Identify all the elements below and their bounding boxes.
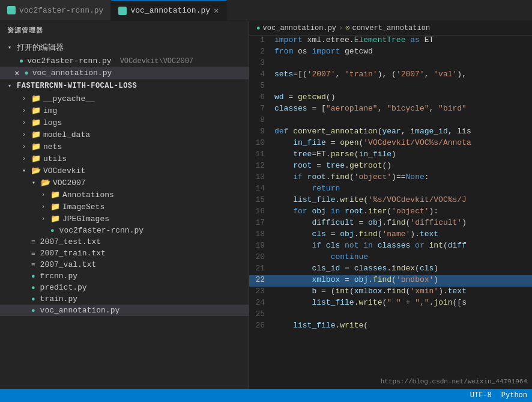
open-file-voc2faster[interactable]: ● voc2faster-rcnn.py VOCdevkit\VOC2007 [0,55,249,67]
tab-close-icon[interactable]: ✕ [214,7,219,15]
file-dot-icon: ● [31,284,35,291]
code-line: 3 [249,58,532,70]
item-label: train.py [40,294,77,303]
section-project[interactable]: ▾ FASTERRCNN-WITH-FOCAL-LOSS [0,79,249,93]
code-line: 19 if cls not in classes or int(diff [249,241,532,252]
file-name: voc2faster-rcnn.py [27,56,111,65]
file-dot-icon: ● [31,273,35,280]
editor-area: ● voc_annotation.py › ⊙ convert_annotati… [249,21,532,389]
chevron-right-icon: › [19,120,29,126]
language-label: Python [501,391,527,400]
breadcrumb-sep: › [339,24,343,32]
tree-2007-val[interactable]: ≡ 2007_val.txt [0,259,249,270]
breadcrumb: ● voc_annotation.py › ⊙ convert_annotati… [249,21,532,35]
folder-icon: 📁 [31,106,41,115]
folder-icon: 📁 [31,118,41,127]
chevron-down-icon: ▾ [29,179,38,186]
status-bar: UTF-8 Python [0,389,532,402]
file-icon: ● [256,25,261,32]
code-line: 1 import xml.etree.ElementTree as ET [249,35,532,47]
code-line: 22 xmlbox = obj.find('bndbox') [249,275,532,287]
item-label: Annotations [62,190,114,199]
tree-train[interactable]: ● train.py [0,293,249,305]
tree-logs[interactable]: › 📁 logs [0,117,249,129]
code-line: 2 from os import getcwd [249,47,532,58]
tab-bar: voc2faster-rcnn.py voc_annotation.py ✕ [0,0,532,21]
code-line: 18 cls = obj.find('name').text [249,230,532,241]
folder-icon: 📁 [50,214,60,224]
item-label: 2007_test.txt [40,237,101,246]
file-dot-icon: ● [31,296,35,303]
chevron-right-icon: › [19,144,29,150]
file-icon: ≡ [31,261,35,269]
code-line: 20 continue [249,252,532,264]
breadcrumb-func: convert_annotation [352,24,430,32]
code-line: 14 return [249,184,532,195]
tab-label: voc2faster-rcnn.py [19,6,103,15]
tree-jpegimages[interactable]: › 📁 JPEGImages [0,213,249,225]
tree-voc-annotation[interactable]: ● voc_annotation.py [0,305,249,316]
item-label: VOC2007 [53,178,86,187]
tree-utils[interactable]: › 📁 utils [0,153,249,165]
code-line: 15 list_file.write('%s/VOCdevkit/VOC%s/J [249,195,532,207]
func-icon: ⊙ [345,23,349,32]
chevron-down-icon: ▾ [19,167,29,174]
sidebar: 资源管理器 ▾ 打开的编辑器 ● voc2faster-rcnn.py VOCd… [0,21,249,389]
tree-predict[interactable]: ● predict.py [0,282,249,293]
chevron-right-icon: › [19,96,29,102]
item-label: ImageSets [62,203,104,212]
file-dot-icon: ● [50,227,55,234]
tree-frcnn[interactable]: ● frcnn.py [0,270,249,282]
tree-2007-train[interactable]: ≡ 2007_train.txt [0,248,249,259]
code-editor[interactable]: 1 import xml.etree.ElementTree as ET 2 f… [249,35,532,389]
status-right: UTF-8 Python [470,391,527,400]
folder-icon: 📁 [50,202,60,212]
tab-voc-annotation[interactable]: voc_annotation.py ✕ [111,0,226,20]
tree-pycache[interactable]: › 📁 __pycache__ [0,93,249,105]
open-file-voc-annotation[interactable]: ✕ ● voc_annotation.py [0,67,249,79]
tree-voc2faster-inner[interactable]: ● voc2faster-rcnn.py [0,225,249,236]
breadcrumb-file: voc_annotation.py [263,24,336,32]
chevron-down-icon: ▾ [5,44,14,51]
code-line: 23 b = (int(xmlbox.find('xmin').text [249,287,532,298]
folder-icon: 📁 [50,190,60,199]
item-label: __pycache__ [43,94,95,103]
tree-annotations[interactable]: › 📁 Annotations [0,189,249,201]
chevron-right-icon: › [38,192,48,198]
code-line: 26 list_file.write( [249,321,532,332]
close-icon[interactable]: ✕ [14,68,19,78]
tree-imagesets[interactable]: › 📁 ImageSets [0,201,249,213]
folder-icon: 📁 [31,130,41,139]
item-label: VOCdevkit [43,166,85,175]
folder-icon: 📂 [31,166,41,175]
item-label: 2007_val.txt [40,260,97,269]
file-icon [118,7,127,15]
chevron-right-icon: › [38,204,48,210]
folder-icon: 📁 [31,142,41,151]
tree-2007-test[interactable]: ≡ 2007_test.txt [0,236,249,248]
code-line: 6 wd = getcwd() [249,93,532,104]
item-label: frcnn.py [40,272,77,281]
section-open-editors[interactable]: ▾ 打开的编辑器 [0,40,249,55]
code-line: 12 root = tree.getroot() [249,161,532,172]
tree-voc2007[interactable]: ▾ 📂 VOC2007 [0,177,249,189]
file-path: VOCdevkit\VOC2007 [120,57,193,65]
file-name: voc_annotation.py [32,69,112,78]
tree-vocdevkit[interactable]: ▾ 📂 VOCdevkit [0,165,249,177]
tree-model-data[interactable]: › 📁 model_data [0,129,249,141]
item-label: voc2faster-rcnn.py [59,226,144,235]
item-label: voc_annotation.py [40,306,120,315]
folder-icon: 📁 [31,154,41,163]
tab-voc2faster[interactable]: voc2faster-rcnn.py [0,0,111,20]
tree-img[interactable]: › 📁 img [0,105,249,117]
item-label: 2007_train.txt [40,249,106,258]
folder-icon: 📁 [31,94,41,103]
item-label: nets [43,142,62,151]
file-dot-icon: ● [31,307,35,314]
code-line: 21 cls_id = classes.index(cls) [249,264,532,275]
item-label: predict.py [40,283,87,292]
section-label: 打开的编辑器 [17,42,64,53]
code-line: 24 list_file.write(" " + ",".join([s [249,298,532,309]
item-label: utils [43,154,67,163]
tree-nets[interactable]: › 📁 nets [0,141,249,153]
